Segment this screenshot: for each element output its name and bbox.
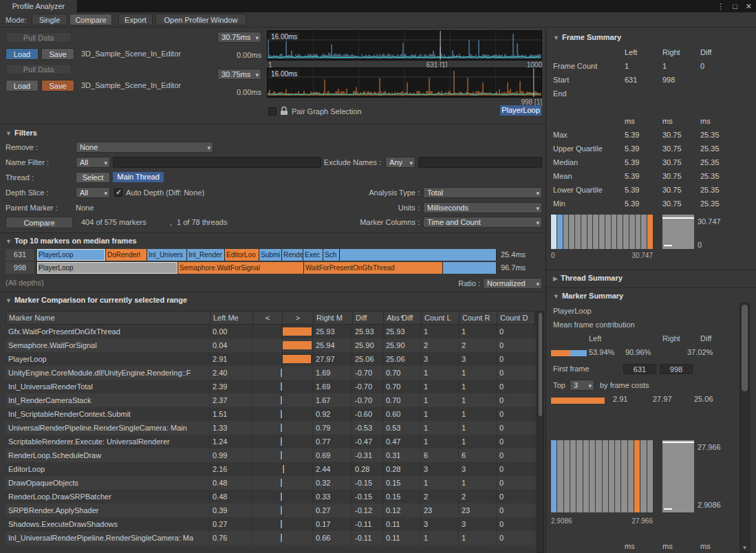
column-header-right-m[interactable]: Right M [314,312,353,324]
filters-header[interactable]: ▼Filters [6,129,37,137]
save-right-button[interactable]: Save [41,80,74,91]
frame-number-badge[interactable]: 631 [6,249,34,261]
top10-segment[interactable]: Submi [259,249,282,261]
marker-row[interactable]: Inl_ScriptableRenderContext.Submit1.510.… [6,407,536,421]
top10-segment[interactable]: PlayerLoop [37,249,106,261]
marker-row[interactable]: PlayerLoop2.9127.9725.0625.06330 [6,352,536,366]
frame-summary-header[interactable]: ▼Frame Summary [553,33,621,41]
column-header-marker-name[interactable]: Marker Name [6,312,210,324]
first-frame-left-button[interactable]: 631 [623,364,656,374]
marker-row[interactable]: EditorLoop2.162.440.280.28330 [6,462,536,476]
column-header-abs-diff[interactable]: ▲Abs Diff [384,312,422,324]
column-header-count-d[interactable]: Count D [497,312,535,324]
column-header-diff[interactable]: Diff [353,312,384,324]
first-frame-right-button[interactable]: 998 [660,364,693,374]
frame-summary-histogram[interactable] [551,215,653,249]
close-icon[interactable]: ✕ [746,2,752,11]
top10-segment[interactable]: Rende [282,249,303,261]
save-left-button[interactable]: Save [41,48,74,60]
pull-data-right-button[interactable]: Pull Data [6,64,72,74]
marker-summary-histogram[interactable] [551,440,653,512]
scroll-down-icon[interactable]: ▼ [740,545,749,551]
marker-row[interactable]: RenderLoop.DrawSRPBatcher0.480.33-0.150.… [6,490,536,503]
exclude-names-input[interactable] [418,157,542,168]
name-filter-mode-dropdown[interactable]: All [76,157,110,168]
cell-right-median: 2.44 [313,462,352,476]
marker-row[interactable]: Gfx.WaitForPresentOnGfxThread0.0025.9325… [6,325,536,338]
window-tab[interactable]: Profile Analyzer [0,0,77,12]
marker-row[interactable]: UniversalRenderPipeline.RenderSingleCame… [6,421,536,435]
top10-segment[interactable]: DoRenderl [106,249,147,261]
column-header--[interactable]: < [253,312,283,324]
marker-summary-header[interactable]: ▼Marker Summary [553,292,623,300]
name-filter-input[interactable] [113,157,321,168]
top10-segment[interactable]: Sch [323,249,340,261]
marker-row[interactable]: ScriptableRenderer.Execute: UniversalRen… [6,435,536,448]
mean-frame-contribution-label: Mean frame contribution [553,321,635,329]
remove-dropdown[interactable]: None [76,142,213,153]
top10-segment[interactable]: WaitForPresentOnGfxThread [304,262,443,274]
mode-single-button[interactable]: Single [32,14,67,25]
column-header-count-r[interactable]: Count R [460,312,497,324]
cell-count-right: 3 [459,352,497,366]
marker-row[interactable]: RenderLoop.ScheduleDraw0.990.69-0.310.31… [6,448,536,462]
top10-segment[interactable]: EditorLoo [225,249,259,261]
right-graph-range-dropdown[interactable]: 30.75ms [217,69,261,80]
marker-columns-dropdown[interactable]: Time and Count [423,217,542,228]
auto-depth-checkbox[interactable] [114,188,122,197]
marker-row[interactable]: Inl_UniversalRenderPipeline.RenderSingle… [6,531,536,545]
units-ms-diff: ms [700,542,711,550]
marker-row[interactable]: DrawOpaqueObjects0.480.32-0.150.15110 [6,476,536,490]
left-graph-range-dropdown[interactable]: 30.75ms [217,32,261,43]
load-left-button[interactable]: Load [6,48,39,60]
summary-scrollbar-thumb[interactable] [742,305,748,391]
top10-segment[interactable]: Inl_Render [187,249,225,261]
marker-table-header[interactable]: ▼Marker Comparison for currently selecte… [6,296,187,304]
marker-table-scrollbar-thumb[interactable] [539,313,542,416]
top-n-dropdown[interactable]: 3 [570,380,594,391]
top10-segment[interactable]: PlayerLoop [37,262,178,274]
open-profiler-window-button[interactable]: Open Profiler Window [155,14,246,25]
menu-kebab-icon[interactable]: ⋮ [717,2,724,11]
top10-header[interactable]: ▼Top 10 markers on median frames [6,237,137,245]
thread-value-badge[interactable]: Main Thread [113,172,164,182]
pull-data-left-button[interactable]: Pull Data [6,32,72,43]
top10-segment[interactable] [340,249,497,261]
depth-slice-dropdown[interactable]: All [76,187,110,198]
ratio-dropdown[interactable]: Normalized [483,278,542,289]
selected-marker-badge[interactable]: PlayerLoop [500,105,541,116]
marker-table-scrollbar[interactable] [537,311,544,553]
column-header-left-me[interactable]: Left Me [210,312,253,324]
left-frame-graph[interactable]: 16.00ms [267,30,542,61]
exclude-mode-dropdown[interactable]: Any [385,157,415,168]
marker-row[interactable]: Inl_UniversalRenderTotal2.391.69-0.700.7… [6,380,536,393]
marker-row[interactable]: SRPBRender.ApplyShader0.390.27-0.120.122… [6,503,536,517]
export-button[interactable]: Export [118,14,153,25]
column-header--[interactable]: > [283,312,314,324]
pair-graph-selection-checkbox[interactable] [268,107,277,116]
right-frame-graph[interactable]: 16.00ms [267,67,542,98]
thread-select-button[interactable]: Select [76,172,110,183]
frame-summary-stat-row: Upper Quartile5.3930.7525.35 [553,142,746,155]
frame-number-badge[interactable]: 998 [6,262,34,274]
cell-marker-name: ScriptableRenderer.Execute: UniversalRen… [6,435,210,448]
column-header-count-l[interactable]: Count L [422,312,460,324]
marker-row[interactable]: UnityEngine.CoreModule.dll!UnityEngine.R… [6,366,536,380]
thread-summary-header[interactable]: ▶Thread Summary [553,274,623,282]
marker-row[interactable]: Semaphore.WaitForSignal0.0425.9425.9025.… [6,338,536,352]
top10-segment[interactable] [443,262,497,274]
cell-count-delta: 0 [497,352,534,366]
maximize-icon[interactable]: □ [733,2,737,10]
marker-row[interactable]: Shadows.ExecuteDrawShadows0.270.17-0.110… [6,517,536,531]
marker-row[interactable]: Inl_RenderCameraStack2.371.67-0.700.7011… [6,393,536,407]
compare-button[interactable]: Compare [6,217,73,228]
units-dropdown[interactable]: Milliseconds [423,202,542,213]
top10-segment[interactable]: Exec [303,249,323,261]
histogram-bar [564,440,570,512]
load-right-button[interactable]: Load [6,80,39,91]
mode-compare-button[interactable]: Compare [69,14,112,25]
summary-scrollbar[interactable]: ▼ [739,303,750,553]
top10-segment[interactable]: Inl_Univers [147,249,187,261]
top10-segment[interactable]: Semaphore.WaitForSignal [178,262,304,274]
analysis-type-dropdown[interactable]: Total [423,187,542,198]
